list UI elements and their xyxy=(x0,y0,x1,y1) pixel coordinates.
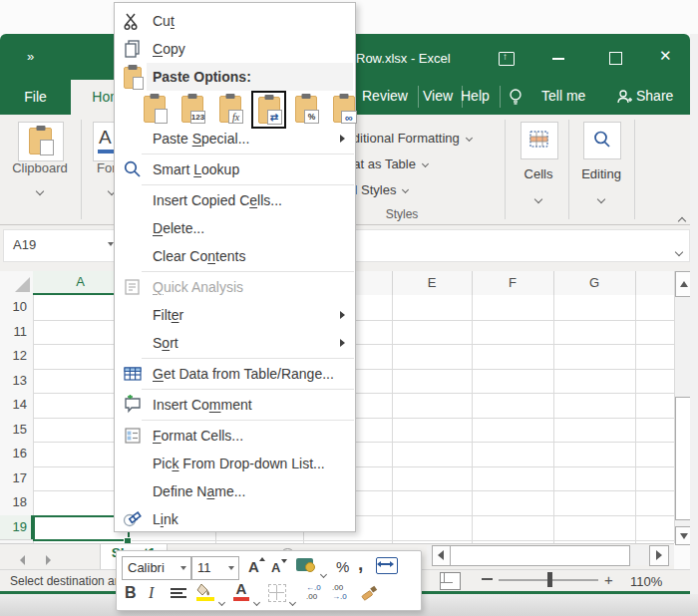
column-header-E[interactable]: E xyxy=(392,271,473,295)
clipboard-dialog-launcher[interactable] xyxy=(37,180,43,198)
accounting-format-button[interactable] xyxy=(296,558,313,571)
format-painter-button[interactable] xyxy=(360,584,378,602)
align-center-button[interactable] xyxy=(171,588,186,599)
minimize-button[interactable] xyxy=(552,58,564,60)
menu-item-cut[interactable]: Cut xyxy=(115,7,355,35)
row-header-18[interactable]: 18 xyxy=(0,490,33,516)
formula-bar-expand-chevron[interactable] xyxy=(676,241,682,259)
menu-item-sort[interactable]: Sort xyxy=(115,329,355,357)
menu-item-copy[interactable]: Copy xyxy=(115,35,355,63)
column-header-G[interactable]: G xyxy=(553,271,636,295)
name-box[interactable]: A19 xyxy=(4,230,119,259)
font-color-dropdown[interactable] xyxy=(254,591,259,609)
cells-dropdown-chevron[interactable] xyxy=(535,188,541,206)
italic-button[interactable]: I xyxy=(149,584,154,602)
window-title: Row.xlsx - Excel xyxy=(356,51,451,66)
editing-button[interactable] xyxy=(583,122,621,159)
maximize-button[interactable] xyxy=(609,52,622,65)
decrease-decimal-button[interactable]: .00 →.0 xyxy=(332,583,354,603)
scroll-right-button[interactable] xyxy=(649,545,669,566)
menu-separator xyxy=(142,154,354,154)
quick-access-collapse[interactable]: » xyxy=(27,49,34,64)
menu-item-filter[interactable]: Filter xyxy=(115,301,355,329)
paste-option-keep-source-formatting[interactable] xyxy=(141,94,169,125)
row-header-19[interactable]: 19 xyxy=(0,515,33,541)
paste-option-transpose[interactable]: ⇄ xyxy=(251,91,286,129)
horizontal-scroll-thumb[interactable] xyxy=(450,545,630,566)
borders-button[interactable] xyxy=(268,584,286,602)
menu-item-define-name[interactable]: Define Name... xyxy=(115,477,355,505)
bold-button[interactable]: B xyxy=(125,584,137,602)
zoom-slider-thumb[interactable] xyxy=(547,572,552,587)
menu-item-format-cells[interactable]: Format Cells... xyxy=(115,422,355,450)
ribbon-display-options-button[interactable]: ↑ xyxy=(499,52,515,66)
zoom-out-button[interactable] xyxy=(482,578,493,580)
menu-item-paste-options[interactable]: Paste Options: xyxy=(115,63,355,91)
menu-item-smart-lookup[interactable]: Smart Lookup xyxy=(115,155,355,183)
clipboard-icon xyxy=(29,128,52,154)
fill-color-button[interactable] xyxy=(196,583,214,601)
submenu-arrow-icon xyxy=(340,135,345,143)
row-header-14[interactable]: 14 xyxy=(0,393,33,419)
page-layout-view-icon[interactable] xyxy=(440,572,461,590)
menu-item-insert-comment[interactable]: Insert Comment xyxy=(115,391,355,419)
menu-item-paste-special[interactable]: Paste Special... xyxy=(115,125,355,153)
share-label[interactable]: Share xyxy=(636,88,673,104)
menu-separator xyxy=(142,389,354,390)
zoom-in-button[interactable]: + xyxy=(604,571,613,588)
share-person-icon xyxy=(615,88,633,106)
scroll-left-button[interactable] xyxy=(432,545,452,566)
fill-color-dropdown[interactable] xyxy=(219,591,224,609)
editing-dropdown-chevron[interactable] xyxy=(598,188,604,206)
cells-group-label: Cells xyxy=(521,166,556,181)
row-header-15[interactable]: 15 xyxy=(0,418,33,444)
clipboard-icon xyxy=(123,67,143,87)
column-header-F[interactable]: F xyxy=(472,271,554,295)
paste-option-values[interactable]: 123 xyxy=(178,94,206,125)
tab-file[interactable]: File xyxy=(0,80,71,115)
increase-decimal-button[interactable]: ←.0 .00 xyxy=(306,583,328,603)
sheet-nav-right[interactable] xyxy=(46,551,51,569)
merge-center-button[interactable] xyxy=(376,557,398,574)
row-header-10[interactable]: 10 xyxy=(0,295,33,321)
tab-view[interactable]: View xyxy=(423,88,453,104)
tab-review[interactable]: Review xyxy=(362,88,408,104)
row-header-12[interactable]: 12 xyxy=(0,344,33,370)
menu-item-delete[interactable]: Delete... xyxy=(115,214,355,242)
percent-style-button[interactable]: % xyxy=(336,558,349,575)
row-header-17[interactable]: 17 xyxy=(0,466,33,492)
menu-item-link[interactable]: Link xyxy=(115,505,355,533)
accounting-format-dropdown[interactable] xyxy=(321,563,326,581)
copy-icon xyxy=(123,39,143,59)
font-name-combo[interactable]: Calibri xyxy=(122,556,191,580)
sheet-nav-left[interactable] xyxy=(20,551,25,569)
tab-help[interactable]: Help xyxy=(461,88,490,104)
menu-item-label: Get Data from Table/Range... xyxy=(153,366,334,382)
font-size-combo[interactable]: 11 xyxy=(191,556,239,580)
row-header-11[interactable]: 11 xyxy=(0,320,33,346)
zoom-level[interactable]: 110% xyxy=(630,574,662,589)
borders-dropdown[interactable] xyxy=(290,591,295,609)
paste-option-formatting[interactable]: % xyxy=(292,94,320,125)
grow-font-button[interactable]: A xyxy=(248,558,259,575)
menu-item-insert-copied-cells[interactable]: Insert Copied Cells... xyxy=(115,186,355,214)
menu-item-pick-from-drop-down-list[interactable]: Pick From Drop-down List... xyxy=(115,450,355,477)
font-color-button[interactable]: A xyxy=(233,582,249,601)
cells-button[interactable] xyxy=(521,122,558,159)
close-button[interactable]: ✕ xyxy=(659,47,672,65)
menu-item-label: Clear Contents xyxy=(153,248,245,264)
paste-option-paste-link[interactable]: ∞ xyxy=(330,94,358,125)
select-all-corner[interactable] xyxy=(0,271,34,295)
paste-option-formulas[interactable]: fx xyxy=(216,94,244,125)
menu-item-get-data-from-table-range[interactable]: Get Data from Table/Range... xyxy=(115,360,355,388)
row-header-13[interactable]: 13 xyxy=(0,369,33,395)
comma-style-button[interactable]: , xyxy=(358,553,363,575)
row-header-16[interactable]: 16 xyxy=(0,442,33,467)
shrink-font-button[interactable]: A xyxy=(271,560,280,575)
horizontal-scrollbar[interactable] xyxy=(427,545,674,565)
menu-item-clear-contents[interactable]: Clear Contents xyxy=(115,242,355,270)
paste-button[interactable] xyxy=(18,122,64,161)
column-header-partial[interactable] xyxy=(635,271,675,295)
vertical-scrollbar[interactable] xyxy=(674,271,691,543)
tell-me-label[interactable]: Tell me xyxy=(541,88,585,104)
